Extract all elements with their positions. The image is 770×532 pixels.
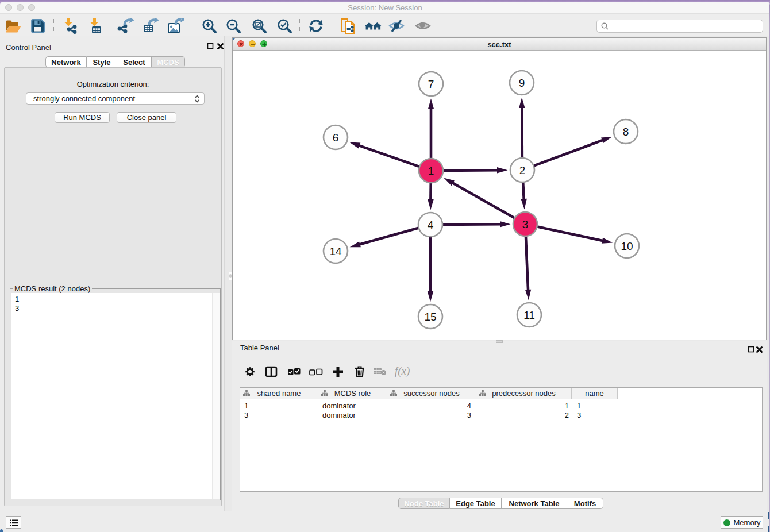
svg-text:6: 6	[333, 132, 339, 144]
svg-text:7: 7	[428, 78, 434, 90]
svg-text:3: 3	[522, 218, 529, 230]
svg-text:1: 1	[428, 165, 434, 177]
svg-text:15: 15	[424, 311, 436, 323]
svg-text:11: 11	[523, 309, 535, 321]
svg-text:4: 4	[428, 219, 434, 231]
svg-text:8: 8	[623, 126, 629, 138]
svg-text:9: 9	[519, 77, 525, 89]
svg-text:10: 10	[621, 240, 633, 252]
svg-text:2: 2	[519, 164, 526, 176]
svg-text:14: 14	[329, 245, 342, 257]
